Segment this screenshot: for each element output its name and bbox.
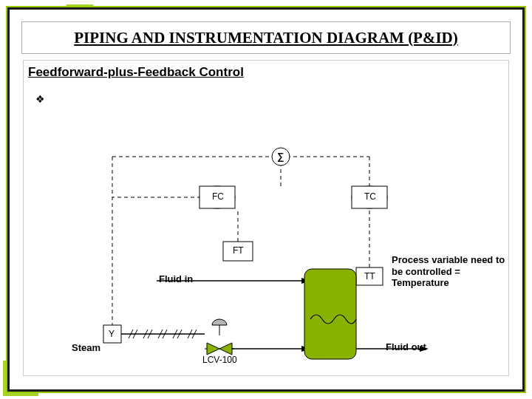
control-valve (205, 319, 234, 355)
bullet-icon: ❖ (35, 93, 45, 106)
y-label: Y (109, 329, 115, 339)
section-subtitle: Feedforward-plus-Feedback Control (28, 65, 244, 80)
svg-marker-18 (207, 343, 219, 355)
fc-label: FC (212, 191, 224, 202)
vessel (304, 269, 356, 359)
ft-label: FT (233, 245, 244, 256)
title-bar: PIPING AND INSTRUMENTATION DIAGRAM (P&ID… (21, 21, 511, 54)
sigma-symbol: ∑ (277, 151, 284, 162)
process-variable-note: Process variable need to be controlled =… (392, 254, 517, 289)
fluid-in-label: Fluid in (159, 273, 193, 284)
content-panel: Feedforward-plus-Feedback Control ❖ (23, 60, 509, 376)
valve-tag: LCV-100 (202, 355, 237, 365)
pid-diagram: ∑ FC TC FT TT Y Fluid in Fluid out Steam… (24, 134, 508, 375)
fluid-out-label: Fluid out (386, 341, 426, 352)
svg-marker-19 (219, 343, 232, 355)
page-title: PIPING AND INSTRUMENTATION DIAGRAM (P&ID… (74, 29, 458, 47)
slide-frame: PIPING AND INSTRUMENTATION DIAGRAM (P&ID… (7, 7, 525, 392)
tt-label: TT (364, 271, 375, 282)
tc-label: TC (364, 191, 376, 202)
svg-rect-22 (304, 269, 356, 359)
steam-label: Steam (72, 342, 100, 353)
